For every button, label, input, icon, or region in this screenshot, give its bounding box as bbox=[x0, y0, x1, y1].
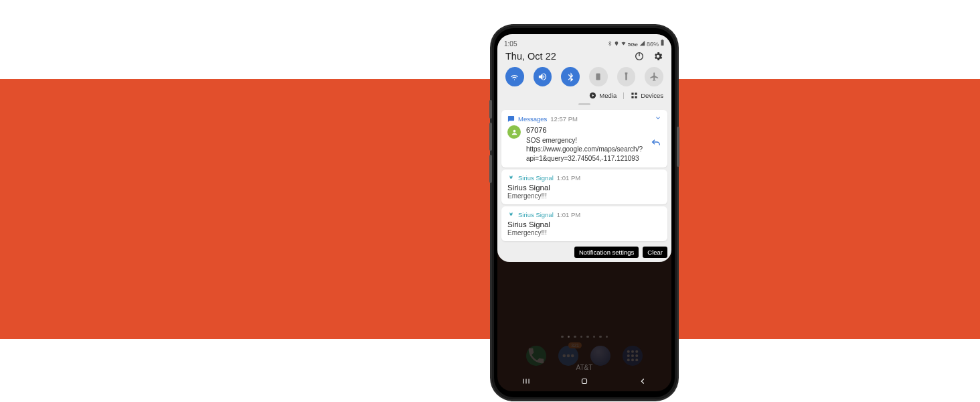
svg-rect-26 bbox=[635, 96, 637, 98]
svg-point-27 bbox=[513, 129, 515, 132]
quick-settings bbox=[497, 66, 671, 89]
svg-rect-24 bbox=[635, 92, 637, 94]
media-devices-row: Media Devices bbox=[497, 89, 671, 103]
svg-point-0 bbox=[563, 354, 566, 358]
phone-side-button bbox=[489, 123, 492, 151]
phone-frame: 321 AT&T 1:05 bbox=[492, 26, 677, 399]
notification-sirius-2[interactable]: Sirius Signal 1:01 PM Sirius Signal Emer… bbox=[501, 206, 667, 241]
nav-bar bbox=[497, 374, 671, 391]
reply-icon[interactable] bbox=[651, 138, 661, 151]
svg-rect-25 bbox=[632, 96, 634, 98]
phone-side-button bbox=[677, 127, 679, 167]
messages-app-icon[interactable]: 321 bbox=[558, 346, 578, 366]
phone-screen: 321 AT&T 1:05 bbox=[497, 34, 671, 391]
battery-icon bbox=[660, 40, 665, 48]
badge: 321 bbox=[568, 342, 582, 348]
notification-shade[interactable]: 1:05 5Ge 86% bbox=[497, 34, 671, 262]
notif-app-name: Sirius Signal bbox=[518, 211, 554, 218]
nav-recents[interactable] bbox=[521, 377, 531, 389]
svg-point-4 bbox=[631, 350, 634, 353]
browser-app-icon[interactable] bbox=[590, 346, 610, 366]
svg-point-9 bbox=[627, 358, 630, 361]
svg-point-10 bbox=[631, 358, 634, 361]
phone-side-button bbox=[489, 155, 492, 183]
notif-body: Emergency!!! bbox=[507, 229, 661, 237]
svg-rect-17 bbox=[662, 40, 663, 40]
separator bbox=[623, 92, 624, 99]
notif-line1: SOS emergency! bbox=[526, 136, 645, 145]
svg-point-8 bbox=[635, 354, 638, 357]
svg-point-11 bbox=[635, 358, 638, 361]
qs-wifi[interactable] bbox=[505, 67, 524, 86]
svg-rect-20 bbox=[596, 74, 600, 80]
network-label: 5Ge bbox=[628, 42, 638, 48]
svg-rect-16 bbox=[661, 40, 664, 46]
notif-title: Sirius Signal bbox=[507, 184, 661, 192]
notif-time: 1:01 PM bbox=[557, 211, 580, 218]
media-button[interactable]: Media bbox=[589, 92, 617, 99]
gear-icon[interactable] bbox=[653, 51, 663, 62]
qs-sound[interactable] bbox=[534, 67, 552, 86]
carrier-label: AT&T bbox=[497, 364, 671, 371]
svg-point-2 bbox=[571, 354, 574, 358]
notification-settings-button[interactable]: Notification settings bbox=[574, 247, 639, 258]
notification-messages[interactable]: Messages 12:57 PM 67076 SOS emergency! bbox=[501, 110, 667, 168]
location-icon bbox=[614, 41, 619, 48]
notif-time: 12:57 PM bbox=[550, 115, 578, 123]
qs-airplane[interactable] bbox=[645, 67, 663, 86]
notif-app-name: Sirius Signal bbox=[518, 174, 554, 182]
avatar bbox=[507, 125, 521, 139]
chevron-down-icon[interactable] bbox=[655, 115, 661, 123]
notif-body: Emergency!!! bbox=[507, 192, 661, 200]
svg-point-3 bbox=[627, 350, 630, 353]
status-bar: 1:05 5Ge 86% bbox=[497, 34, 671, 49]
sirius-icon bbox=[507, 174, 515, 182]
notif-content: 67076 SOS emergency! https://www.google.… bbox=[526, 125, 645, 163]
shade-header: Thu, Oct 22 bbox=[497, 49, 671, 66]
page-indicator bbox=[497, 336, 671, 338]
svg-point-5 bbox=[635, 350, 638, 353]
apps-drawer-icon[interactable] bbox=[623, 346, 643, 366]
qs-rotate[interactable] bbox=[589, 67, 608, 86]
notif-title: Sirius Signal bbox=[507, 220, 661, 228]
notification-sirius-1[interactable]: Sirius Signal 1:01 PM Sirius Signal Emer… bbox=[501, 170, 667, 204]
notif-sender: 67076 bbox=[526, 125, 645, 135]
bluetooth-icon bbox=[607, 41, 612, 48]
devices-button[interactable]: Devices bbox=[631, 92, 663, 99]
messages-icon bbox=[507, 115, 515, 123]
phone-app-icon[interactable] bbox=[526, 346, 546, 366]
media-label: Media bbox=[599, 92, 617, 99]
dock: 321 bbox=[497, 346, 671, 366]
notif-time: 1:01 PM bbox=[557, 174, 580, 182]
svg-rect-15 bbox=[582, 379, 586, 384]
svg-point-1 bbox=[567, 354, 570, 358]
qs-flashlight[interactable] bbox=[617, 67, 636, 86]
svg-point-7 bbox=[631, 354, 634, 357]
notif-app-name: Messages bbox=[518, 115, 547, 123]
shade-date: Thu, Oct 22 bbox=[505, 51, 626, 62]
power-icon[interactable] bbox=[634, 51, 645, 62]
notif-line2: https://www.google.com/maps/search/?api=… bbox=[526, 145, 645, 163]
battery-label: 86% bbox=[647, 41, 659, 48]
devices-label: Devices bbox=[641, 92, 663, 99]
nav-back[interactable] bbox=[638, 377, 647, 389]
wifi-icon bbox=[621, 40, 627, 48]
signal-icon bbox=[639, 40, 645, 48]
clear-button[interactable]: Clear bbox=[643, 247, 667, 258]
shade-actions: Notification settings Clear bbox=[497, 245, 671, 262]
svg-point-6 bbox=[627, 354, 630, 357]
nav-home[interactable] bbox=[580, 377, 589, 389]
shade-handle[interactable] bbox=[578, 103, 590, 105]
sirius-icon bbox=[507, 211, 515, 218]
notification-list: Messages 12:57 PM 67076 SOS emergency! bbox=[497, 108, 671, 245]
phone-side-button bbox=[489, 100, 492, 119]
qs-bluetooth[interactable] bbox=[561, 67, 580, 86]
status-time: 1:05 bbox=[504, 40, 517, 48]
svg-rect-23 bbox=[632, 92, 634, 94]
